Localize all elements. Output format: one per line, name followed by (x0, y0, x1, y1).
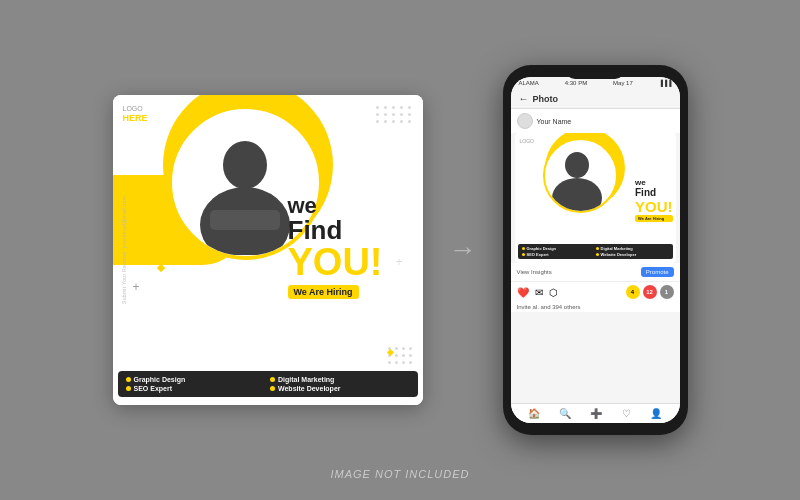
your-name-text: Your Name (537, 118, 572, 125)
mini-skill-1: Digital Marketing (596, 246, 669, 251)
heart-nav-icon[interactable]: ♡ (622, 408, 631, 419)
svg-rect-2 (210, 210, 280, 230)
mini-dot-0 (522, 247, 525, 250)
profile-nav-icon[interactable]: 👤 (650, 408, 662, 419)
arrow-icon: → (449, 234, 477, 266)
phone-bottom-nav: 🏠 🔍 ➕ ♡ 👤 (511, 403, 680, 423)
svg-point-3 (565, 152, 589, 178)
mini-person-circle (543, 138, 618, 213)
mini-label-2: SEO Expert (527, 252, 549, 257)
arrow-container: → (433, 234, 493, 266)
phone-design-mini: LOGO we Find YOU! We Are Hiring (515, 133, 676, 263)
skill-dot-1 (270, 377, 275, 382)
mini-dot-1 (596, 247, 599, 250)
mini-logo: LOGO (520, 138, 534, 144)
phone-notch (565, 65, 625, 79)
mini-dot-2 (522, 253, 525, 256)
mini-skills-row: Graphic Design Digital Marketing SEO Exp… (518, 244, 673, 259)
carrier-text: ALAMA (519, 80, 539, 86)
notification-counts: 4 12 1 (626, 285, 674, 299)
nav-title: Photo (533, 94, 559, 104)
phone-like-counts: Invite al. and 394 others (511, 302, 680, 312)
skill-item-3: Website Developer (270, 385, 410, 392)
mini-text-area: we Find YOU! We Are Hiring (635, 178, 673, 222)
time-text: 4:30 PM (565, 80, 587, 86)
skill-item-1: Digital Marketing (270, 376, 410, 383)
phone-reactions: ❤️ ✉ ⬡ 4 12 1 (511, 281, 680, 302)
comment-count-badge: 12 (643, 285, 657, 299)
mini-hiring-text: We Are Hiring (635, 215, 673, 222)
avatar (517, 113, 533, 129)
bookmark-icon[interactable]: ⬡ (549, 287, 558, 298)
date-text: May 17 (613, 80, 633, 86)
svg-point-0 (223, 141, 267, 189)
mini-label-0: Graphic Design (527, 246, 557, 251)
mini-find-text: Find (635, 187, 673, 198)
skills-row: Graphic Design Digital Marketing SEO Exp… (118, 371, 418, 397)
mini-person-svg (545, 140, 610, 212)
mini-skill-0: Graphic Design (522, 246, 595, 251)
share-count-badge: 1 (660, 285, 674, 299)
phone-screen: ALAMA 4:30 PM May 17 ▐▐▐ ← Photo Your Na… (511, 77, 680, 423)
promote-button[interactable]: Promote (641, 267, 674, 277)
mini-label-3: Website Developer (601, 252, 637, 257)
footer-label: IMAGE NOT INCLUDED (330, 468, 469, 480)
content-wrap: LOGO HERE + + (113, 65, 688, 435)
view-insights-button[interactable]: View Insights (517, 269, 552, 275)
we-text: we (288, 195, 418, 217)
main-container: LOGO HERE + + (0, 0, 800, 500)
mini-dot-3 (596, 253, 599, 256)
add-nav-icon[interactable]: ➕ (590, 408, 602, 419)
design-card: LOGO HERE + + (113, 95, 423, 405)
hiring-badge: We Are Hiring (288, 285, 359, 299)
search-nav-icon[interactable]: 🔍 (559, 408, 571, 419)
find-text: Find (288, 217, 418, 243)
phone-post-header: Your Name (511, 109, 680, 133)
dots-top-right (375, 105, 413, 124)
side-text-container: Submit Your Resume: youremail@mail.com (121, 95, 127, 405)
skill-dot-3 (270, 386, 275, 391)
skill-label-3: Website Developer (278, 385, 341, 392)
skill-label-0: Graphic Design (134, 376, 186, 383)
you-text: YOU! (288, 243, 418, 281)
phone-actions: View Insights Promote (511, 263, 680, 281)
back-arrow-icon[interactable]: ← (519, 93, 529, 104)
mini-logo-text: LOGO (520, 138, 534, 144)
skill-label-2: SEO Expert (134, 385, 173, 392)
phone-nav-bar: ← Photo (511, 89, 680, 109)
home-nav-icon[interactable]: 🏠 (528, 408, 540, 419)
card-text-area: we Find YOU! We Are Hiring (288, 195, 418, 299)
mini-skill-2: SEO Expert (522, 252, 595, 257)
phone-mockup: ALAMA 4:30 PM May 17 ▐▐▐ ← Photo Your Na… (503, 65, 688, 435)
skill-label-1: Digital Marketing (278, 376, 334, 383)
svg-point-4 (552, 178, 602, 212)
side-text: Submit Your Resume: youremail@mail.com (121, 196, 127, 304)
like-count-badge: 4 (626, 285, 640, 299)
mini-we-text: we (635, 178, 673, 187)
signal-icons: ▐▐▐ (659, 80, 672, 86)
yellow-diamond-1 (156, 264, 164, 272)
plus-deco-2: + (133, 280, 140, 294)
skill-item-0: Graphic Design (126, 376, 266, 383)
skill-item-2: SEO Expert (126, 385, 266, 392)
heart-icon[interactable]: ❤️ (517, 287, 529, 298)
mini-skill-3: Website Developer (596, 252, 669, 257)
mini-you-text: YOU! (635, 198, 673, 215)
design-card-inner: LOGO HERE + + (113, 95, 423, 405)
mini-label-1: Digital Marketing (601, 246, 633, 251)
share-icon[interactable]: ✉ (535, 287, 543, 298)
